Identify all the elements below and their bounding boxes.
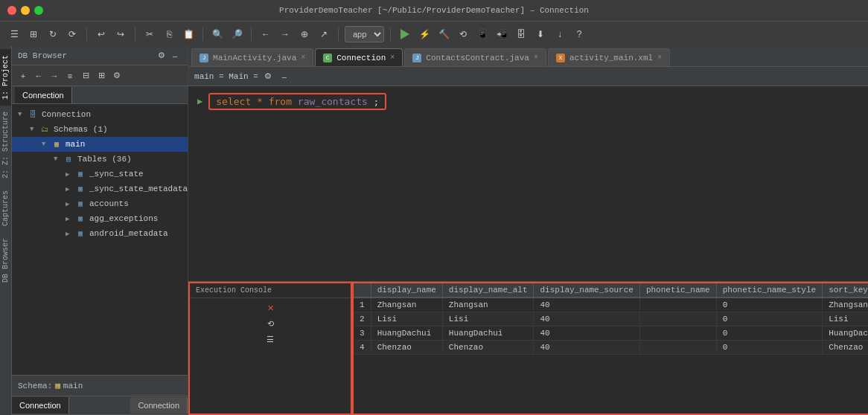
toolbar-copy-icon[interactable]: ⎘ (161, 26, 177, 42)
row-num-cell: 2 (354, 312, 371, 326)
settings-icon[interactable]: ⚙ (155, 49, 168, 62)
toolbar-dl-icon[interactable]: ⬇ (532, 26, 549, 42)
toolbar-back-icon[interactable]: ← (258, 26, 274, 42)
toolbar-db-icon[interactable]: 🗄 (513, 26, 529, 42)
toolbar-cut-icon[interactable]: ✂ (141, 26, 158, 42)
toolbar-help-icon[interactable]: ? (571, 26, 587, 42)
cell-phonetic_name (639, 326, 716, 341)
toolbar-redo-icon[interactable]: ↪ (112, 26, 129, 42)
toolbar-phone2-icon[interactable]: 📲 (494, 26, 510, 42)
toolbar-search2-icon[interactable]: 🔎 (229, 26, 245, 42)
minimize-panel-icon[interactable]: – (168, 49, 182, 62)
tree-sync-state-metadata[interactable]: ▶ ▦ _sync_state_metadata (12, 181, 188, 196)
cell-phonetic_name_style: 0 (716, 326, 822, 341)
tree-accounts[interactable]: ▶ ▦ accounts (12, 196, 188, 211)
console-action-2[interactable]: ☰ (264, 332, 277, 346)
maximize-button[interactable] (34, 6, 43, 15)
toolbar-reload-icon[interactable]: ⟲ (455, 26, 471, 42)
toolbar-build-icon[interactable]: 🔨 (435, 26, 452, 42)
tab-xml-label: activity_main.xml (569, 54, 653, 62)
tab-connection[interactable]: C Connection × (315, 48, 403, 66)
editor-minimize-icon[interactable]: – (278, 70, 291, 83)
main-label: main (66, 140, 85, 149)
sql-editor[interactable]: ▶ select * from raw_contacts ; (188, 86, 868, 281)
tables-label: Tables (36) (77, 155, 132, 164)
tab-xml-close[interactable]: × (657, 54, 662, 62)
editor-settings-icon[interactable]: ⚙ (261, 70, 275, 83)
toolbar-phone-icon[interactable]: 📱 (474, 26, 491, 42)
db-collapse-icon[interactable]: ⊟ (79, 69, 92, 83)
clear-console-icon[interactable]: ✕ (264, 301, 277, 315)
tree-android-metadata[interactable]: ▶ ▦ android_metadata (12, 226, 188, 241)
add-connection-icon[interactable]: + (16, 69, 30, 83)
table-row[interactable]: 4ChenzaoChenzao400ChenzaoC3 (354, 341, 868, 355)
toolbar-forward-icon[interactable]: → (277, 26, 293, 42)
db-forward-icon[interactable]: → (48, 69, 61, 83)
row-num-cell: 4 (354, 341, 371, 355)
db-back-icon[interactable]: ← (32, 69, 45, 83)
db-browser-tab[interactable]: DB Browser (0, 232, 11, 289)
toolbar-search-icon[interactable]: 🔍 (209, 26, 226, 42)
xml-icon: X (556, 54, 565, 62)
app-dropdown[interactable]: app (345, 26, 384, 42)
tree-main[interactable]: ▼ ▦ main (12, 137, 188, 152)
bottom-conn-tab-1[interactable]: Connection (12, 397, 69, 414)
toolbar-refresh2-icon[interactable]: ⟳ (64, 26, 80, 42)
cell-phonetic_name_style: 0 (716, 312, 822, 326)
connection-tab-btn[interactable]: Connection (15, 87, 72, 103)
toolbar-dl2-icon[interactable]: ↓ (552, 26, 568, 42)
bottom-conn-tab-2[interactable]: Connection (130, 397, 188, 414)
sync-state-arrow: ▶ (66, 170, 74, 178)
window-title: ProviderDemoTeacher [~/Public/ProviderDe… (279, 6, 589, 15)
captures-tab[interactable]: Captures (0, 184, 11, 232)
schema-icon: 🗂 (39, 124, 51, 135)
sync-meta-arrow: ▶ (66, 185, 74, 193)
close-button[interactable] (7, 6, 16, 15)
table-icon-3: ▦ (74, 199, 86, 209)
toolbar-menu-icon[interactable]: ☰ (6, 26, 22, 42)
toolbar-undo-icon[interactable]: ↩ (93, 26, 109, 42)
row-num-cell: 1 (354, 297, 371, 312)
tab-activity-main-xml[interactable]: X activity_main.xml × (548, 48, 670, 66)
toolbar-sep-4 (251, 28, 252, 41)
table-row[interactable]: 3HuangDachuiHuangDachui400HuangDachuiH8 (354, 326, 868, 341)
tab-connection-label: Connection (336, 54, 386, 62)
tree-schemas[interactable]: ▼ 🗂 Schemas (1) (12, 122, 188, 137)
toolbar-grid-icon[interactable]: ⊞ (25, 26, 42, 42)
tab-connection-close[interactable]: × (390, 54, 395, 62)
table-row[interactable]: 1ZhangsanZhangsan400ZhangsanZ26 (354, 297, 868, 312)
tab-contacts-contract[interactable]: J ContactsContract.java × (404, 48, 546, 66)
db-new-icon[interactable]: ⊞ (95, 69, 108, 83)
cell-sort_key: Chenzao (823, 341, 868, 355)
tab-contacts-close[interactable]: × (534, 54, 538, 62)
structure-tab[interactable]: 2: Z: Structure (0, 106, 11, 184)
tab-mainactivity-close[interactable]: × (301, 54, 305, 62)
db-expand-icon[interactable]: ≡ (63, 69, 77, 83)
execution-console-header: Execution Console (190, 283, 351, 298)
sync-state-metadata-label: _sync_state_metadata (89, 184, 188, 193)
table-row[interactable]: 2LisiLisi400LisiL12 (354, 312, 868, 326)
table-icon-2: ▦ (74, 184, 86, 194)
tree-tables[interactable]: ▼ ▤ Tables (36) (12, 152, 188, 167)
project-tab[interactable]: 1: Project (0, 49, 11, 106)
traffic-lights[interactable] (7, 6, 43, 15)
toolbar-toggle-icon[interactable]: ⊕ (296, 26, 313, 42)
tab-mainactivity[interactable]: J MainActivity.java × (191, 48, 313, 66)
tree-agg-exceptions[interactable]: ▶ ▦ agg_exceptions (12, 211, 188, 226)
run-button[interactable] (397, 26, 413, 42)
left-panel: DB Browser ⚙ – + ← → ≡ ⊟ ⊞ ⚙ Connection … (12, 46, 188, 415)
toolbar-paste-icon[interactable]: 📋 (180, 26, 197, 42)
minimize-button[interactable] (21, 6, 30, 15)
toolbar-bookmark-icon[interactable]: ↗ (316, 26, 332, 42)
toolbar-refresh-icon[interactable]: ↻ (45, 26, 61, 42)
cell-phonetic_name (639, 341, 716, 355)
schema-static-label: Schema: (18, 382, 52, 390)
android-meta-arrow: ▶ (66, 230, 74, 238)
console-action-1[interactable]: ⟲ (264, 317, 277, 330)
tree-sync-state[interactable]: ▶ ▦ _sync_state (12, 167, 188, 181)
bottom-split: Execution Console ✕ ⟲ ☰ display_name (188, 281, 868, 415)
tree-connection-root[interactable]: ▼ 🗄 Connection (12, 107, 188, 122)
toolbar-debug-icon[interactable]: ⚡ (416, 26, 433, 42)
db-settings-icon[interactable]: ⚙ (110, 69, 124, 83)
tab-mainactivity-label: MainActivity.java (213, 54, 296, 62)
